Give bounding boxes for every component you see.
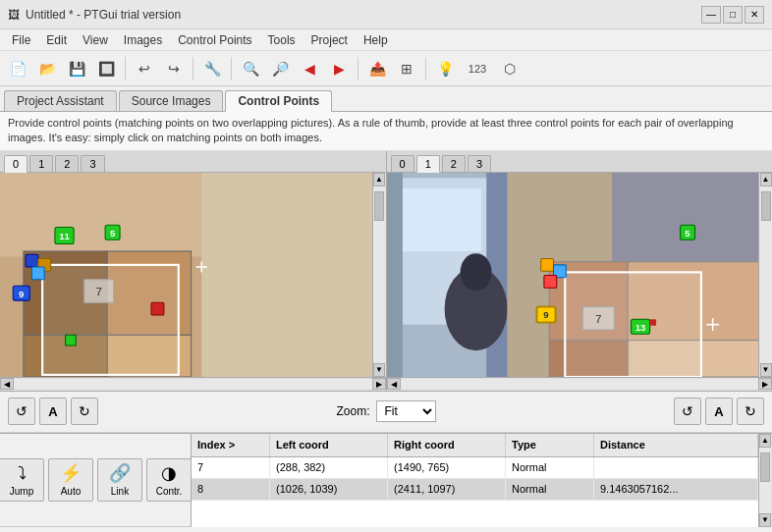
panorama-button[interactable]: 🔧 <box>198 55 226 82</box>
left-fit-button[interactable]: A <box>39 398 67 425</box>
right-reset-button[interactable]: ↺ <box>674 398 701 425</box>
image-panels: 0 1 2 3 <box>0 151 772 392</box>
left-tab-3[interactable]: 3 <box>81 155 104 172</box>
left-hscroll-left[interactable]: ◀ <box>0 378 14 390</box>
svg-text:7: 7 <box>95 285 102 297</box>
right-fit-button[interactable]: A <box>705 398 733 425</box>
row1-index: 7 <box>192 457 270 478</box>
bottom-controls: ↺ A ↻ Zoom: Fit 25% 50% 100% ↺ A ↻ <box>0 392 772 433</box>
right-image[interactable]: 5 9 7 13 <box>387 173 759 377</box>
tab-project-assistant[interactable]: Project Assistant <box>4 90 117 111</box>
col-right: Right coord <box>388 434 506 456</box>
bottom-section: ⤵ Jump ⚡ Auto 🔗 Link ◑ Contr. Index > Le… <box>0 433 772 527</box>
menu-controlpoints[interactable]: Control Points <box>170 31 259 49</box>
titlebar: 🖼 Untitled * - PTGui trial version — □ ✕ <box>0 0 772 29</box>
left-scroll-thumb[interactable] <box>374 191 384 221</box>
row1-type: Normal <box>506 457 594 478</box>
table-scroll-thumb[interactable] <box>760 452 770 482</box>
redo-button[interactable]: ↪ <box>160 55 188 82</box>
close-button[interactable]: ✕ <box>744 6 764 24</box>
table-scrollbar[interactable]: ▲ ▼ <box>758 434 772 527</box>
zoom-in-button[interactable]: 🔍 <box>237 55 264 82</box>
col-index: Index > <box>192 434 270 456</box>
grid-button[interactable]: ⊞ <box>393 55 420 82</box>
right-hscroll[interactable]: ◀ ▶ <box>387 377 773 391</box>
new-button[interactable]: 📄 <box>4 55 31 82</box>
right-scroll-up[interactable]: ▲ <box>760 173 772 186</box>
right-panel-scrollbar[interactable]: ▲ ▼ <box>758 173 772 377</box>
separator-4 <box>358 57 358 80</box>
prev-button[interactable]: ◀ <box>296 55 323 82</box>
left-scroll-down[interactable]: ▼ <box>373 363 385 377</box>
right-scroll-track[interactable] <box>760 186 772 363</box>
action-buttons: ⤵ Jump ⚡ Auto 🔗 Link ◑ Contr. <box>0 434 192 527</box>
svg-rect-21 <box>151 302 164 315</box>
contrast-button[interactable]: ◑ Contr. <box>146 458 192 502</box>
auto-button[interactable]: ⚡ Auto <box>48 458 93 502</box>
light-button[interactable]: 💡 <box>431 55 459 82</box>
left-image[interactable]: 11 5 9 7 <box>0 173 372 377</box>
save-button[interactable]: 💾 <box>63 55 90 82</box>
minimize-button[interactable]: — <box>701 6 721 24</box>
menu-images[interactable]: Images <box>116 31 170 49</box>
open-button[interactable]: 📂 <box>33 55 61 82</box>
left-hscroll-right[interactable]: ▶ <box>372 378 386 390</box>
toolbar-btn-4[interactable]: 🔲 <box>92 55 120 82</box>
right-tab-1[interactable]: 1 <box>416 155 440 173</box>
left-tab-2[interactable]: 2 <box>55 155 79 172</box>
left-panel-scrollbar[interactable]: ▲ ▼ <box>372 173 386 377</box>
zoom-select[interactable]: Fit 25% 50% 100% <box>376 400 436 422</box>
col-type: Type <box>506 434 594 456</box>
left-image-panel: 0 1 2 3 <box>0 151 387 391</box>
row1-left: (288, 382) <box>270 457 388 478</box>
menu-file[interactable]: File <box>4 31 38 49</box>
left-scroll-up[interactable]: ▲ <box>373 173 385 186</box>
menu-tools[interactable]: Tools <box>260 31 303 49</box>
right-hscroll-right[interactable]: ▶ <box>758 378 772 390</box>
table-row[interactable]: 8 (1026, 1039) (2411, 1097) Normal 9.146… <box>192 479 758 501</box>
zoom-out-button[interactable]: 🔎 <box>266 55 294 82</box>
table-scroll-up[interactable]: ▲ <box>759 434 771 448</box>
right-tab-3[interactable]: 3 <box>468 155 491 172</box>
link-button[interactable]: 🔗 Link <box>97 458 142 502</box>
left-ctrl-buttons: ↺ A ↻ <box>8 398 98 425</box>
right-scroll-down[interactable]: ▼ <box>760 363 772 377</box>
left-reset-button[interactable]: ↺ <box>8 398 35 425</box>
jump-button[interactable]: ⤵ Jump <box>0 458 44 502</box>
undo-button[interactable]: ↩ <box>131 55 158 82</box>
menu-view[interactable]: View <box>75 31 116 49</box>
mask-button[interactable]: ⬡ <box>496 55 524 82</box>
svg-rect-27 <box>387 173 403 377</box>
left-tab-0[interactable]: 0 <box>4 155 28 173</box>
left-scroll-track[interactable] <box>373 186 385 363</box>
contrast-icon: ◑ <box>161 462 177 484</box>
tab-source-images[interactable]: Source Images <box>119 90 224 111</box>
left-hscroll[interactable]: ◀ ▶ <box>0 377 386 391</box>
svg-rect-41 <box>540 258 553 271</box>
right-rotate-button[interactable]: ↻ <box>737 398 764 425</box>
col-left: Left coord <box>270 434 388 456</box>
num-button[interactable]: 123 <box>461 55 494 82</box>
table-scroll-down[interactable]: ▼ <box>759 513 771 527</box>
table-scroll-track[interactable] <box>759 448 771 513</box>
export-button[interactable]: 📤 <box>363 55 391 82</box>
left-tab-1[interactable]: 1 <box>29 155 53 172</box>
right-tab-2[interactable]: 2 <box>442 155 466 172</box>
tab-control-points[interactable]: Control Points <box>225 90 332 112</box>
jump-icon: ⤵ <box>18 463 27 484</box>
right-scroll-thumb[interactable] <box>761 191 771 221</box>
left-hscroll-track[interactable] <box>14 379 372 389</box>
right-hscroll-track[interactable] <box>401 379 759 389</box>
svg-rect-50 <box>649 319 655 325</box>
row2-right: (2411, 1097) <box>388 479 506 500</box>
right-hscroll-left[interactable]: ◀ <box>387 378 401 390</box>
maximize-button[interactable]: □ <box>723 6 743 24</box>
menu-edit[interactable]: Edit <box>38 31 75 49</box>
menu-help[interactable]: Help <box>356 31 396 49</box>
separator-2 <box>193 57 193 80</box>
menu-project[interactable]: Project <box>303 31 356 49</box>
table-row[interactable]: 7 (288, 382) (1490, 765) Normal <box>192 457 758 479</box>
left-rotate-button[interactable]: ↻ <box>71 398 98 425</box>
next-button[interactable]: ▶ <box>325 55 353 82</box>
right-tab-0[interactable]: 0 <box>391 155 414 172</box>
